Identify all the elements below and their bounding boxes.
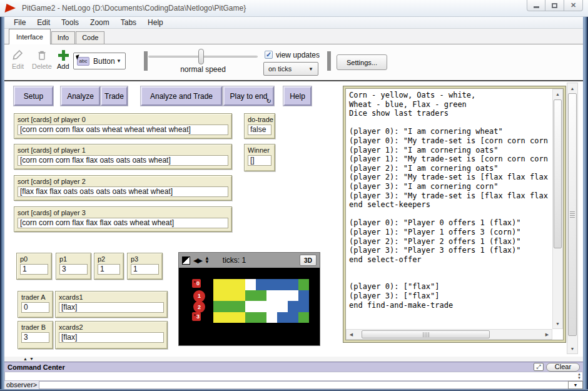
plus-icon <box>58 49 69 61</box>
vertical-stretch-icon[interactable]: ▲▼ <box>205 256 210 264</box>
maximize-button[interactable] <box>545 0 564 11</box>
title-bar: PitGame2 - NetLogo {D:\Documents\CodingD… <box>0 0 588 17</box>
scroll-down-icon[interactable]: ▼ <box>577 376 581 380</box>
monitor-value: [flax] <box>59 302 164 313</box>
play-to-end-button[interactable]: Play to end↻ <box>223 86 274 106</box>
world-canvas[interactable]: 0123 <box>179 268 320 345</box>
menu-zoom[interactable]: Zoom <box>84 17 115 28</box>
view-updates-checkbox[interactable]: ✓ <box>265 51 273 59</box>
monitor-winner: Winner [] <box>244 144 275 171</box>
player-marker-0: 0 <box>192 279 201 288</box>
tab-code[interactable]: Code <box>76 31 104 44</box>
popout-button[interactable]: ⤢ <box>534 363 544 371</box>
splitter-arrows-icon[interactable]: ▲▼ <box>23 357 36 362</box>
netlogo-logo-icon <box>6 4 17 13</box>
close-icon: ✕ <box>570 2 576 9</box>
monitor-value: false <box>248 124 271 135</box>
vertical-scroll-thumb[interactable] <box>568 93 577 336</box>
button-widget-icon: abc <box>77 57 89 66</box>
scroll-right-icon[interactable]: ▶ <box>542 330 552 339</box>
menu-tools[interactable]: Tools <box>56 17 84 28</box>
patch-cell <box>277 290 288 302</box>
interface-vertical-scrollbar[interactable]: ▲ ▼ <box>567 83 578 354</box>
patch-cell <box>256 301 266 312</box>
horizontal-stretch-icon[interactable]: ◀▶ <box>193 257 201 264</box>
analyze-and-trade-label: Analyze and Trade <box>150 92 213 101</box>
output-horizontal-scrollbar[interactable]: ◀ ▶ <box>346 329 552 340</box>
scroll-down-icon[interactable]: ▼ <box>567 343 577 353</box>
setup-button-label: Setup <box>24 92 43 101</box>
tab-info[interactable]: Info <box>51 31 75 44</box>
command-input[interactable] <box>39 381 568 389</box>
scroll-up-icon[interactable]: ▲ <box>567 83 577 93</box>
patch-cell <box>298 301 309 312</box>
monitor-do-trade: do-trade false <box>244 113 275 139</box>
scroll-left-icon[interactable]: ◀ <box>347 330 356 339</box>
command-center-header: Command Center ⤢ Clear <box>4 362 583 372</box>
menu-edit[interactable]: Edit <box>31 17 56 28</box>
analyze-and-trade-button[interactable]: Analyze and Trade <box>141 86 222 106</box>
monitor-value: 1 <box>98 264 120 275</box>
output-area: Corn - yellow, Oats - white, Wheat - blu… <box>343 86 566 343</box>
patch-cell <box>298 290 309 302</box>
world-view: ◀▶ ▲▼ ticks: 1 3D 0123 <box>178 252 320 346</box>
speed-slider-thumb[interactable] <box>198 49 204 64</box>
analyze-button[interactable]: Analyze <box>61 86 100 106</box>
patch-cell <box>266 301 277 312</box>
settings-button[interactable]: Settings... <box>337 54 387 70</box>
interface-canvas: Setup Analyze Trade Analyze and Trade Pl… <box>4 80 583 357</box>
help-button-label: Help <box>290 92 305 101</box>
help-button[interactable]: Help <box>283 86 312 106</box>
monitor-value: [corn corn corn flax oats wheat wheat wh… <box>18 124 228 135</box>
player-marker-1: 1 <box>193 290 205 302</box>
player-marker-2: 2 <box>193 301 205 313</box>
chevron-down-icon: ▼ <box>574 383 578 387</box>
update-mode-dropdown[interactable]: on ticks ▼ <box>263 62 318 76</box>
menu-bar: File Edit Tools Zoom Tabs Help <box>4 17 583 29</box>
monitor-label: p0 <box>20 255 48 263</box>
command-history-button[interactable]: ▼ <box>568 381 583 389</box>
vertical-scroll-thumb[interactable] <box>554 99 562 248</box>
menu-tabs[interactable]: Tabs <box>115 17 142 28</box>
monitor-label: p3 <box>131 255 159 263</box>
minimize-button[interactable] <box>527 0 545 11</box>
ticks-counter: ticks: 1 <box>223 256 246 265</box>
view-3d-button[interactable]: 3D <box>300 255 317 266</box>
chevron-down-icon: ▼ <box>308 66 313 72</box>
speed-slider-label: normal speed <box>148 65 258 74</box>
output-vertical-scrollbar[interactable]: ▲ ▼ <box>552 89 563 329</box>
patch-cell <box>245 301 256 312</box>
monitor-value: 3 <box>21 332 49 343</box>
patch-cell <box>235 312 245 323</box>
horizontal-scroll-thumb[interactable] <box>362 330 490 338</box>
mini-scrollbar[interactable]: ▲▼ <box>577 372 581 380</box>
command-center-output: ▲▼ <box>4 372 583 381</box>
widget-type-dropdown[interactable]: abc Button ▼ <box>73 53 126 69</box>
command-center-splitter[interactable]: ▲▼ <box>4 357 583 362</box>
netlogo-window: PitGame2 - NetLogo {D:\Documents\CodingD… <box>0 0 588 391</box>
scroll-up-icon[interactable]: ▲ <box>553 89 562 99</box>
setup-button[interactable]: Setup <box>14 86 53 106</box>
menu-file[interactable]: File <box>8 17 31 28</box>
cursor-arrow-icon <box>76 54 81 60</box>
view-updates-label: view updates <box>276 51 320 59</box>
observer-prompt: observer> <box>4 381 39 389</box>
scroll-grip <box>423 332 429 337</box>
resize-view-icon[interactable] <box>182 256 190 265</box>
clear-button[interactable]: Clear <box>546 363 580 372</box>
close-button[interactable]: ✕ <box>564 0 583 11</box>
monitor-p1: p1 3 <box>56 253 91 280</box>
patch-cell <box>235 279 245 290</box>
patch-cell <box>224 301 235 312</box>
monitor-label: xcards1 <box>59 293 164 301</box>
add-tool[interactable]: Add <box>57 49 69 70</box>
menu-help[interactable]: Help <box>142 17 169 28</box>
scroll-down-icon[interactable]: ▼ <box>553 319 562 328</box>
tab-interface[interactable]: Interface <box>9 29 51 44</box>
edit-tool[interactable]: Edit <box>12 49 24 70</box>
minimize-icon <box>534 6 539 8</box>
trade-button[interactable]: Trade <box>101 86 128 106</box>
delete-tool[interactable]: Delete <box>32 49 52 70</box>
patch-cell <box>288 279 298 290</box>
window-border-left <box>0 17 4 391</box>
